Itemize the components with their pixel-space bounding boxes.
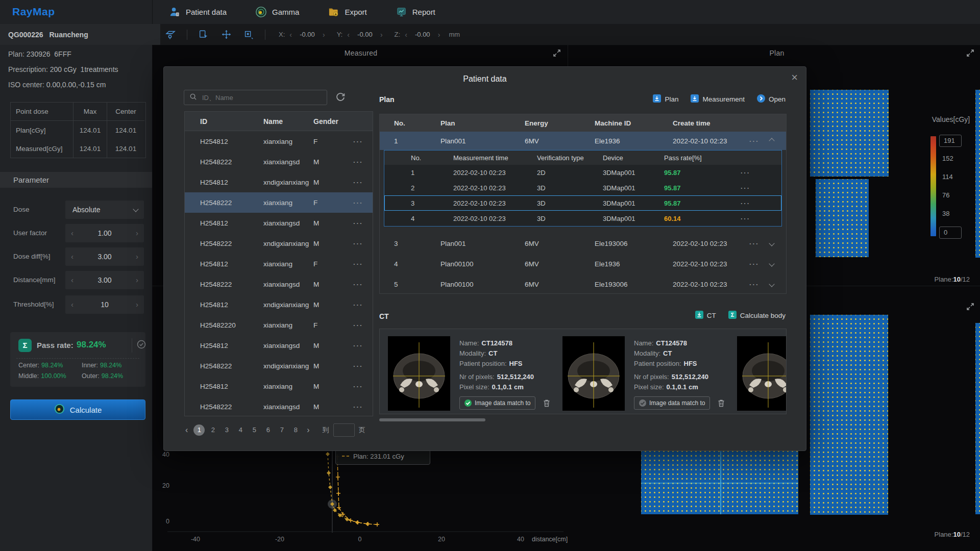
trash-icon[interactable] — [542, 398, 551, 408]
roi-tool-icon[interactable] — [242, 29, 255, 41]
patient-row[interactable]: H2548222xndigxianxiangM — [185, 233, 373, 254]
ct-thumbnail[interactable] — [388, 336, 450, 411]
close-icon[interactable] — [791, 71, 798, 84]
collapse-icon[interactable] — [769, 138, 774, 143]
stepper-decrement[interactable] — [71, 247, 74, 266]
page-button[interactable]: 3 — [221, 424, 232, 436]
colorbar-range-input[interactable]: 0 — [939, 227, 962, 239]
calculate-body-button[interactable]: Σ Calculate body — [728, 311, 786, 320]
dose-map[interactable] — [816, 179, 869, 257]
nav-export[interactable]: Export — [328, 6, 366, 18]
more-options-icon[interactable] — [741, 169, 771, 177]
page-button[interactable]: 5 — [249, 424, 260, 436]
patient-search[interactable] — [184, 90, 327, 105]
more-options-icon[interactable] — [353, 158, 374, 166]
current-patient[interactable]: QG000226 Ruancheng — [0, 24, 160, 45]
image-data-match-button[interactable]: Image data match to — [634, 396, 710, 410]
stepper-increment[interactable] — [136, 271, 138, 289]
more-options-icon[interactable] — [749, 281, 770, 288]
more-options-icon[interactable] — [353, 362, 374, 370]
expand-row-icon[interactable] — [769, 240, 774, 246]
more-options-icon[interactable] — [353, 383, 374, 390]
expand-icon[interactable] — [966, 302, 975, 311]
patient-row[interactable]: H2548222xianxiangsdM — [185, 396, 373, 417]
page-button[interactable]: 7 — [276, 424, 287, 436]
y-decrement[interactable]: ‹ — [346, 31, 351, 39]
patient-row[interactable]: H25482220xianxiangF — [185, 315, 373, 335]
patient-row[interactable]: H2548222xianxiangF — [185, 192, 373, 213]
x-decrement[interactable]: ‹ — [288, 31, 293, 39]
dose-map[interactable] — [810, 90, 889, 177]
patient-row[interactable]: H2548222xianxiangsdM — [185, 152, 373, 172]
ct-thumbnail[interactable] — [737, 336, 787, 411]
stepper-decrement[interactable] — [71, 295, 74, 314]
more-options-icon[interactable] — [353, 219, 374, 227]
colorbar-range-input[interactable]: 191 — [939, 135, 962, 147]
move-tool-icon[interactable] — [220, 29, 232, 41]
stepper-decrement[interactable] — [71, 271, 74, 289]
x-increment[interactable]: › — [322, 31, 326, 39]
stepper-decrement[interactable] — [71, 224, 74, 242]
import-plan-button[interactable]: Plan — [653, 94, 678, 104]
measurement-row[interactable]: 12022-02-10 02:232D3DMap00195.87 — [384, 165, 781, 180]
patient-row[interactable]: H254812xianxiangM — [185, 376, 373, 396]
expand-row-icon[interactable] — [769, 281, 774, 287]
ct-thumbnail[interactable] — [562, 336, 625, 411]
dose-map[interactable] — [810, 315, 888, 515]
dose-diff-stepper[interactable]: 3.00 — [65, 247, 144, 266]
patient-row[interactable]: H254812xianxiangF — [185, 254, 373, 274]
measurement-row[interactable]: 42022-02-10 02:233D3DMap00160.14 — [384, 211, 781, 226]
measurement-row[interactable]: 32022-02-10 02:233D3DMap00195.87 — [384, 195, 781, 211]
patient-row[interactable]: H254812xndigxianxiangM — [185, 172, 373, 192]
plan-row[interactable]: 3Plan0016MVEle1930062022-02-10 02:23 — [380, 233, 786, 254]
open-button[interactable]: Open — [757, 94, 786, 104]
more-options-icon[interactable] — [353, 260, 374, 268]
import-ct-button[interactable]: CT — [695, 311, 716, 320]
more-options-icon[interactable] — [353, 342, 374, 349]
plan-row[interactable]: 4Plan001006MVEle19362022-02-10 02:23 — [380, 254, 786, 274]
more-options-icon[interactable] — [749, 260, 770, 268]
beam-view-icon[interactable] — [164, 29, 177, 41]
more-options-icon[interactable] — [353, 403, 374, 411]
page-button[interactable]: 8 — [290, 424, 301, 436]
more-options-icon[interactable] — [749, 240, 770, 247]
dose-mode-select[interactable]: Absolute — [65, 201, 144, 219]
profile-chart[interactable]: -40-2002040distance[cm]40200 — [152, 451, 572, 551]
y-value[interactable]: -0.00 — [354, 31, 376, 38]
patient-row[interactable]: H2548222xndigxianxiangM — [185, 356, 373, 376]
more-options-icon[interactable] — [741, 215, 771, 222]
page-button[interactable]: 4 — [235, 424, 246, 436]
more-options-icon[interactable] — [353, 240, 374, 247]
calculate-button[interactable]: Calculate — [10, 399, 145, 420]
user-factor-stepper[interactable]: 1.00 — [65, 224, 144, 242]
plan-row[interactable]: 5Plan001006MVEle1930062022-02-10 02:23 — [380, 274, 786, 294]
more-options-icon[interactable] — [353, 321, 374, 329]
expand-icon[interactable] — [552, 48, 561, 58]
distance-stepper[interactable]: 3.00 — [65, 271, 144, 289]
nav-gamma[interactable]: Gamma — [255, 6, 299, 18]
nav-patient-data[interactable]: Patient data — [169, 6, 227, 18]
patient-row[interactable]: H254812xianxiangsdM — [185, 335, 373, 356]
more-options-icon[interactable] — [353, 138, 374, 145]
page-button[interactable]: 2 — [207, 424, 218, 436]
plan-row-expanded[interactable]: 1 Plan001 6MV Ele1936 2022-02-10 02:23 — [380, 132, 786, 150]
threshold-stepper[interactable]: 10 — [65, 295, 144, 314]
measurement-row[interactable]: 22022-02-10 02:233D3DMap00195.87 — [384, 180, 781, 195]
image-data-match-button[interactable]: Image data match to — [459, 396, 535, 410]
x-value[interactable]: -0.00 — [297, 31, 318, 38]
goto-page-input[interactable] — [333, 423, 355, 437]
patient-row[interactable]: H254812xianxiangsdM — [185, 213, 373, 233]
nav-report[interactable]: Report — [396, 6, 435, 18]
more-options-icon[interactable] — [749, 137, 770, 145]
stepper-increment[interactable] — [136, 247, 138, 266]
more-options-icon[interactable] — [741, 199, 771, 207]
app-logo[interactable]: RayMap — [12, 6, 55, 18]
patient-row[interactable]: H254812xianxiangF — [185, 131, 373, 152]
more-options-icon[interactable] — [353, 199, 374, 207]
patient-row[interactable]: H254812xndigxianxiangM — [185, 294, 373, 315]
more-options-icon[interactable] — [353, 179, 374, 186]
page-button[interactable]: 6 — [262, 424, 274, 436]
select-tool-icon[interactable] — [198, 29, 210, 41]
z-decrement[interactable]: ‹ — [404, 31, 408, 39]
next-page-icon[interactable]: › — [306, 425, 310, 435]
